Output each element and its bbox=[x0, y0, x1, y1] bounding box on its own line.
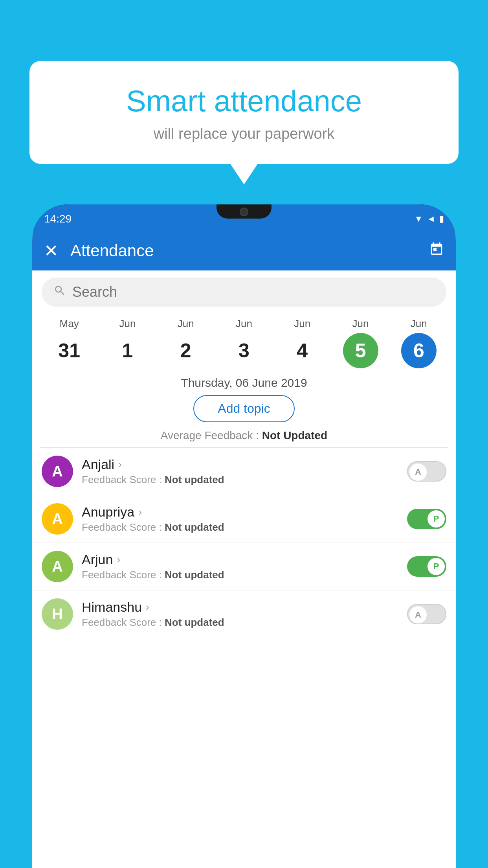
chevron-icon: › bbox=[117, 554, 120, 566]
avg-feedback: Average Feedback : Not Updated bbox=[32, 429, 456, 442]
cal-date: 2 bbox=[168, 333, 204, 368]
student-info: Arjun › Feedback Score : Not updated bbox=[82, 552, 407, 581]
toggle-knob: A bbox=[409, 463, 427, 481]
avatar: A bbox=[42, 503, 73, 535]
calendar-row: May31Jun1Jun2Jun3Jun4Jun5Jun6 bbox=[32, 314, 456, 368]
cal-date: 5 bbox=[343, 333, 378, 368]
attendance-toggle[interactable]: P bbox=[407, 556, 446, 577]
avatar: H bbox=[42, 598, 73, 630]
student-list: A Anjali › Feedback Score : Not updated … bbox=[32, 448, 456, 868]
wifi-icon: ▼ bbox=[414, 214, 423, 224]
student-info: Anjali › Feedback Score : Not updated bbox=[82, 457, 407, 486]
status-time: 14:29 bbox=[44, 210, 72, 225]
selected-date-label: Thursday, 06 June 2019 bbox=[32, 368, 456, 395]
student-info: Himanshu › Feedback Score : Not updated bbox=[82, 600, 407, 629]
student-feedback: Feedback Score : Not updated bbox=[82, 521, 407, 533]
avg-feedback-label: Average Feedback : bbox=[161, 429, 262, 441]
student-item[interactable]: A Anjali › Feedback Score : Not updated … bbox=[32, 448, 456, 495]
battery-icon: ▮ bbox=[439, 214, 444, 224]
cal-month: May bbox=[60, 318, 79, 330]
phone-notch bbox=[216, 204, 272, 219]
attendance-toggle[interactable]: A bbox=[407, 604, 446, 624]
speech-bubble-container: Smart attendance will replace your paper… bbox=[29, 61, 459, 164]
search-input[interactable] bbox=[72, 284, 435, 300]
student-item[interactable]: A Arjun › Feedback Score : Not updated P bbox=[32, 543, 456, 590]
signal-icon: ◄ bbox=[427, 214, 435, 224]
calendar-day[interactable]: Jun6 bbox=[395, 318, 442, 368]
calendar-day[interactable]: May31 bbox=[46, 318, 93, 368]
attendance-toggle[interactable]: A bbox=[407, 461, 446, 482]
avg-feedback-value: Not Updated bbox=[262, 429, 327, 441]
toolbar: ✕ Attendance bbox=[32, 231, 456, 270]
student-name: Anupriya › bbox=[82, 504, 407, 520]
status-icons: ▼ ◄ ▮ bbox=[414, 211, 444, 224]
add-topic-button[interactable]: Add topic bbox=[193, 395, 294, 422]
app-content: ✕ Attendance May31Jun1Jun2Jun3Jun4Jun5Ju… bbox=[32, 231, 456, 868]
search-bar[interactable] bbox=[42, 278, 446, 307]
cal-month: Jun bbox=[352, 318, 369, 330]
calendar-icon[interactable] bbox=[429, 242, 444, 260]
speech-bubble-title: Smart attendance bbox=[49, 85, 439, 118]
cal-date: 31 bbox=[51, 333, 87, 368]
student-item[interactable]: A Anupriya › Feedback Score : Not update… bbox=[32, 495, 456, 543]
toggle-knob: A bbox=[409, 606, 427, 623]
toggle-knob: P bbox=[427, 558, 445, 575]
cal-date: 3 bbox=[226, 333, 262, 368]
calendar-day[interactable]: Jun4 bbox=[279, 318, 326, 368]
cal-month: Jun bbox=[411, 318, 427, 330]
cal-date: 6 bbox=[401, 333, 437, 368]
avatar: A bbox=[42, 551, 73, 582]
avatar: A bbox=[42, 456, 73, 487]
cal-month: Jun bbox=[294, 318, 310, 330]
cal-month: Jun bbox=[236, 318, 252, 330]
toggle-knob: P bbox=[427, 510, 445, 528]
close-button[interactable]: ✕ bbox=[44, 242, 59, 259]
student-feedback: Feedback Score : Not updated bbox=[82, 474, 407, 486]
student-name: Anjali › bbox=[82, 457, 407, 472]
student-info: Anupriya › Feedback Score : Not updated bbox=[82, 504, 407, 533]
speech-bubble-subtitle: will replace your paperwork bbox=[49, 125, 439, 142]
student-item[interactable]: H Himanshu › Feedback Score : Not update… bbox=[32, 590, 456, 638]
calendar-day[interactable]: Jun3 bbox=[220, 318, 268, 368]
student-name: Arjun › bbox=[82, 552, 407, 567]
search-icon bbox=[53, 284, 66, 300]
phone-frame: 14:29 ▼ ◄ ▮ ✕ Attendance bbox=[32, 204, 456, 868]
toolbar-title: Attendance bbox=[70, 241, 429, 260]
speech-bubble: Smart attendance will replace your paper… bbox=[29, 61, 459, 164]
cal-month: Jun bbox=[178, 318, 194, 330]
phone-camera bbox=[240, 208, 248, 216]
cal-month: Jun bbox=[119, 318, 136, 330]
calendar-day[interactable]: Jun5 bbox=[337, 318, 384, 368]
attendance-toggle[interactable]: P bbox=[407, 509, 446, 529]
cal-date: 1 bbox=[110, 333, 145, 368]
student-name: Himanshu › bbox=[82, 600, 407, 615]
calendar-day[interactable]: Jun2 bbox=[162, 318, 209, 368]
chevron-icon: › bbox=[118, 458, 122, 471]
student-feedback: Feedback Score : Not updated bbox=[82, 569, 407, 581]
student-feedback: Feedback Score : Not updated bbox=[82, 616, 407, 629]
cal-date: 4 bbox=[284, 333, 320, 368]
chevron-icon: › bbox=[138, 506, 142, 518]
chevron-icon: › bbox=[146, 601, 149, 613]
calendar-day[interactable]: Jun1 bbox=[104, 318, 151, 368]
